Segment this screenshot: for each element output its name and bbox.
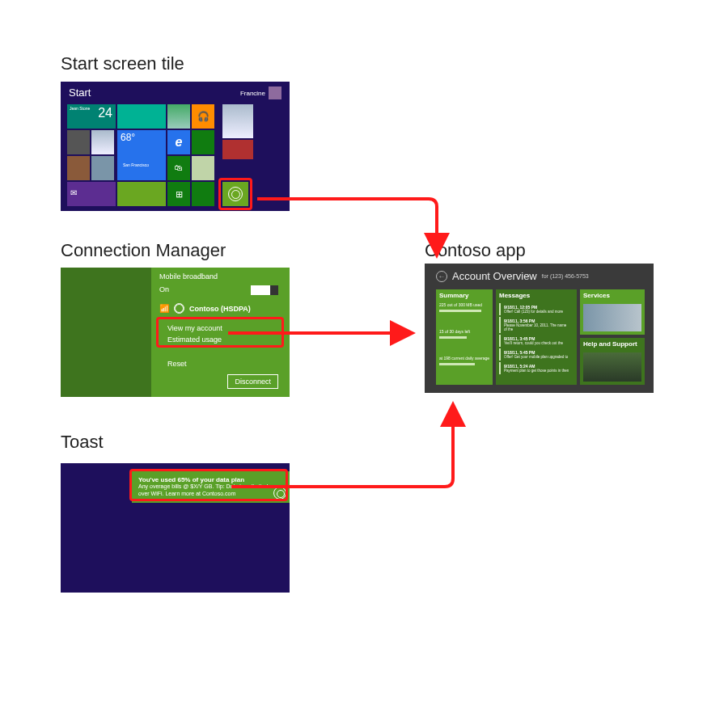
start-user[interactable]: Francine [240, 86, 281, 99]
tile-ie[interactable]: e [167, 130, 190, 154]
card-services-title: Services [580, 289, 645, 302]
toast-title: You've used 65% of your data plan [138, 476, 269, 483]
tile-weather[interactable]: 68° San Francisco [117, 130, 166, 180]
headphones-icon: 🎧 [192, 104, 214, 129]
contoso-icon [228, 187, 243, 201]
tile-contoso[interactable] [222, 182, 248, 206]
label-cm: Connection Manager [61, 240, 226, 261]
tile-calendar-day: 24 [98, 106, 112, 120]
back-icon[interactable]: ← [436, 271, 447, 282]
store-icon: 🛍 [167, 156, 190, 180]
app-title: Account Overview [452, 270, 537, 282]
tile-xbox[interactable] [192, 130, 214, 154]
toast-notification[interactable]: You've used 65% of your data plan Any ov… [132, 471, 290, 503]
tile-photo-5[interactable] [192, 156, 214, 180]
contoso-icon [174, 303, 184, 314]
cm-network-row[interactable]: 📶 Contoso (HSDPA) [159, 303, 251, 314]
cm-toggle-label: On [159, 285, 169, 293]
start-screen-screenshot: Start Francine Jean Stone 24 🎧 68° San F… [61, 82, 290, 211]
message-item[interactable]: 9/18/11, 3:45 PMYes'll return, could you… [499, 335, 574, 347]
toast-body: Any overage bills @ $X/Y GB. Tip: Data i… [138, 483, 269, 498]
tile-blank-2[interactable] [192, 182, 214, 206]
services-image [583, 304, 641, 331]
toast-screenshot: You've used 65% of your data plan Any ov… [61, 463, 290, 593]
tile-blank-1[interactable] [117, 182, 166, 206]
start-user-name: Francine [240, 90, 265, 97]
cm-network-name: Contoso (HSDPA) [189, 305, 251, 313]
tile-photo-3[interactable] [67, 156, 90, 180]
summary-line-3: at 198 current daily average [436, 355, 493, 361]
card-summary-title: Summary [436, 289, 493, 302]
tile-windows[interactable]: ⊞ [167, 182, 190, 206]
summary-line-1: 225 out of 300 MB used [436, 302, 493, 308]
tile-photo-1[interactable] [167, 104, 190, 129]
tile-photo-small-2[interactable] [91, 130, 114, 154]
message-item[interactable]: 9/18/11, 5:24 AMPayment plan to get thos… [499, 362, 574, 374]
message-item[interactable]: 9/18/11, 3:56 PMPlease November 10, 2011… [499, 317, 574, 333]
cm-disconnect-button[interactable]: Disconnect [227, 374, 278, 389]
cm-link-account[interactable]: View my account [167, 324, 222, 332]
label-toast: Toast [61, 432, 104, 453]
app-card-summary[interactable]: Summary 225 out of 300 MB used 15 of 30 … [436, 289, 493, 385]
signal-icon: 📶 [159, 304, 169, 313]
tile-news[interactable] [222, 140, 253, 159]
tile-music[interactable]: 🎧 [192, 104, 214, 129]
mail-icon: ✉ [67, 182, 116, 204]
tile-store[interactable]: 🛍 [167, 156, 190, 180]
tile-photo-4[interactable] [91, 156, 114, 180]
avatar [269, 86, 281, 99]
windows-icon: ⊞ [167, 182, 190, 206]
cm-link-reset[interactable]: Reset [167, 360, 187, 368]
cm-toggle[interactable] [251, 285, 278, 295]
tile-mail[interactable]: ✉ [67, 182, 116, 206]
start-title: Start [69, 86, 91, 99]
tile-photo-small[interactable] [67, 130, 90, 154]
cm-link-usage[interactable]: Estimated usage [167, 335, 222, 344]
card-messages-title: Messages [496, 289, 577, 302]
message-item[interactable]: 9/18/11, 5:45 PMOffer! Get your mobile p… [499, 348, 574, 361]
weather-temp: 68° [121, 132, 135, 143]
summary-line-2: 15 of 30 days left [436, 328, 493, 335]
app-card-services[interactable]: Services [580, 289, 645, 335]
app-header: ← Account Overview for (123) 456-5753 [436, 270, 589, 282]
tile-wildlife[interactable] [222, 104, 253, 138]
app-phone: for (123) 456-5753 [542, 273, 589, 279]
contoso-app-screenshot: ← Account Overview for (123) 456-5753 Su… [425, 264, 654, 393]
contoso-icon [273, 487, 286, 500]
card-help-title: Help and Support [580, 338, 645, 350]
connection-manager-screenshot: Mobile broadband On 📶 Contoso (HSDPA) Vi… [61, 268, 290, 397]
label-start: Start screen tile [61, 53, 184, 74]
ie-icon: e [167, 130, 190, 154]
app-card-help[interactable]: Help and Support [580, 338, 645, 385]
label-app: Contoso app [425, 240, 526, 261]
tile-text[interactable] [117, 104, 166, 129]
tile-calendar[interactable]: Jean Stone 24 [67, 104, 116, 129]
help-image [583, 352, 641, 382]
message-item[interactable]: 9/18/11, 12:05 PMOffer! Call (123) for d… [499, 303, 574, 315]
app-card-messages[interactable]: Messages 9/18/11, 12:05 PMOffer! Call (1… [496, 289, 577, 385]
weather-city: San Francisco [121, 161, 151, 169]
cm-header: Mobile broadband [159, 272, 218, 281]
